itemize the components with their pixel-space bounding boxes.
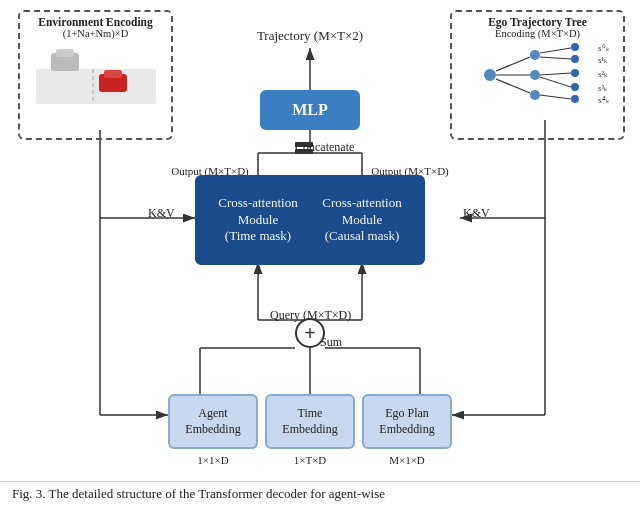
svg-line-45 <box>540 48 571 53</box>
mlp-box: MLP <box>260 90 360 130</box>
svg-point-37 <box>571 43 579 51</box>
trajectory-label: Trajectory (M×T×2) <box>210 28 410 44</box>
agent-embedding-box: Agent Embedding <box>168 394 258 449</box>
cross-attn-right-line3: (Causal mask) <box>322 228 401 245</box>
ego-emb-label1: Ego Plan <box>379 406 434 422</box>
env-title: Environment Encoding <box>20 16 171 28</box>
svg-line-49 <box>540 95 571 99</box>
sum-circle: + <box>295 318 325 348</box>
svg-point-40 <box>571 83 579 91</box>
env-encoding-box: Environment Encoding (1+Na+Nm)×D <box>18 10 173 140</box>
svg-text:s⁰ₖ: s⁰ₖ <box>598 43 610 53</box>
time-emb-dim: 1×T×D <box>265 454 355 466</box>
tree-graphic-svg: s⁰ₖ s¹ₖ s²ₖ s³ₖ s⁴ₖ <box>460 37 615 112</box>
time-emb-label1: Time <box>282 406 337 422</box>
agent-emb-label1: Agent <box>185 406 240 422</box>
svg-rect-27 <box>36 69 156 104</box>
svg-point-38 <box>571 55 579 63</box>
svg-point-39 <box>571 69 579 77</box>
svg-point-41 <box>571 95 579 103</box>
svg-line-46 <box>540 57 571 59</box>
ego-tree-encoding: Encoding (M×T×D) <box>452 28 623 39</box>
kv-left-label: K&V <box>148 206 175 221</box>
cross-attn-left-line2: Module <box>218 212 297 229</box>
svg-text:s²ₖ: s²ₖ <box>598 69 608 79</box>
svg-line-42 <box>496 57 530 71</box>
ego-plan-embedding-box: Ego Plan Embedding <box>362 394 452 449</box>
ego-tree-title: Ego Trajectory Tree <box>452 16 623 28</box>
diagram-area: Trajectory (M×T×2) MLP Concatenate Outpu… <box>0 0 640 480</box>
mlp-label: MLP <box>292 100 328 121</box>
env-dim: (1+Na+Nm)×D <box>20 28 171 39</box>
agent-emb-label2: Embedding <box>185 422 240 438</box>
ego-emb-label2: Embedding <box>379 422 434 438</box>
svg-point-36 <box>530 90 540 100</box>
svg-rect-30 <box>56 49 74 57</box>
cross-attn-right-line2: Module <box>322 212 401 229</box>
svg-rect-32 <box>104 70 122 78</box>
cross-attn-right-line1: Cross-attention <box>322 195 401 212</box>
svg-text:s¹ₖ: s¹ₖ <box>598 55 608 65</box>
time-embedding-box: Time Embedding <box>265 394 355 449</box>
svg-line-48 <box>540 77 571 87</box>
cross-attn-right: Cross-attention Module (Causal mask) <box>299 175 425 265</box>
svg-line-44 <box>496 79 530 93</box>
svg-point-35 <box>530 70 540 80</box>
env-car-graphic <box>31 39 161 109</box>
svg-line-47 <box>540 73 571 75</box>
concatenate-label: Concatenate <box>295 140 354 155</box>
caption: Fig. 3. The detailed structure of the Tr… <box>0 481 640 506</box>
cross-attn-left-line1: Cross-attention <box>218 195 297 212</box>
ego-tree-box: Ego Trajectory Tree Encoding (M×T×D) <box>450 10 625 140</box>
svg-point-34 <box>530 50 540 60</box>
svg-point-33 <box>484 69 496 81</box>
cross-attn-left-line3: (Time mask) <box>218 228 297 245</box>
agent-emb-dim: 1×1×D <box>168 454 258 466</box>
svg-text:s⁴ₖ: s⁴ₖ <box>598 95 610 105</box>
kv-right-label: K&V <box>463 206 490 221</box>
svg-text:s³ₖ: s³ₖ <box>598 83 608 93</box>
time-emb-label2: Embedding <box>282 422 337 438</box>
ego-emb-dim: M×1×D <box>362 454 452 466</box>
